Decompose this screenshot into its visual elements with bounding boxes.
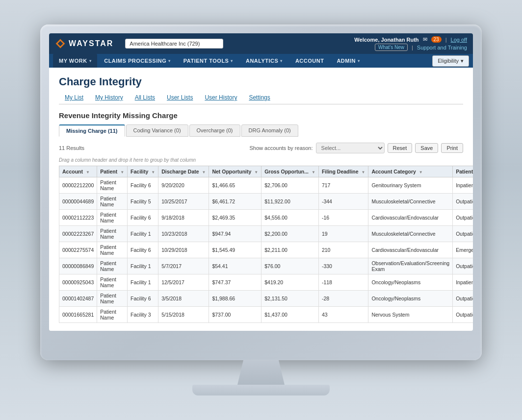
- drag-hint: Drag a column header and drop it here to…: [59, 157, 463, 163]
- table-cell: -28: [318, 291, 368, 307]
- message-badge[interactable]: 23: [431, 36, 442, 43]
- table-row[interactable]: 00002275574Patient NameFacility 610/29/2…: [59, 242, 473, 258]
- sub-tab-coding-variance[interactable]: Coding Variance (0): [126, 124, 188, 137]
- table-cell: Facility 5: [128, 194, 158, 210]
- col-header-gross-opportunity[interactable]: Gross Opportun... ▼: [261, 166, 319, 177]
- table-row[interactable]: 00002223267Patient NameFacility 110/23/2…: [59, 226, 473, 242]
- waystar-wordmark: WAYSTAR: [69, 39, 113, 48]
- table-cell: Outpatient: [453, 226, 473, 242]
- table-cell: $2,706.00: [261, 177, 319, 194]
- nav-item-account[interactable]: ACCOUNT: [289, 54, 330, 68]
- monitor-stand-neck: [232, 360, 290, 385]
- tab-all-lists[interactable]: All Lists: [129, 92, 161, 104]
- col-header-patient[interactable]: Patient ▼: [97, 166, 128, 177]
- table-cell: Patient Name: [97, 194, 128, 210]
- patient-tools-chevron-icon: ▾: [231, 59, 233, 63]
- table-cell: 00001665281: [59, 307, 97, 323]
- top-navigation: WAYSTAR America Healthcare Inc (729) Wel…: [49, 33, 473, 54]
- sub-tab-missing-charge[interactable]: Missing Charge (11): [59, 124, 125, 137]
- table-cell: Patient Name: [97, 307, 128, 323]
- eligibility-button[interactable]: Eligibility ▾: [432, 55, 469, 67]
- discharge-date-sort-icon: ▼: [202, 170, 206, 174]
- waystar-diamond-icon: [55, 38, 66, 49]
- tab-my-list[interactable]: My List: [59, 92, 89, 104]
- message-icon: ✉: [423, 36, 427, 43]
- table-cell: 00000925043: [59, 274, 97, 291]
- table-cell: Facility 6: [128, 242, 158, 258]
- table-cell: 10/25/2017: [158, 194, 209, 210]
- nav-item-analytics[interactable]: ANALYTICS ▾: [240, 54, 288, 68]
- tab-user-lists[interactable]: User Lists: [161, 92, 199, 104]
- tab-my-history[interactable]: My History: [89, 92, 129, 104]
- print-button[interactable]: Print: [441, 143, 463, 153]
- table-cell: Facility 6: [128, 177, 158, 194]
- nav-item-claims-processing[interactable]: CLAIMS PROCESSING ▾: [98, 54, 177, 68]
- table-row[interactable]: 00002112223Patient NameFacility 69/18/20…: [59, 210, 473, 226]
- table-cell: Outpatient: [453, 307, 473, 323]
- table-cell: 00002223267: [59, 226, 97, 242]
- table-cell: $11,922.00: [261, 194, 319, 210]
- table-cell: Outpatient: [453, 258, 473, 274]
- whats-new-button[interactable]: What's New: [375, 44, 408, 51]
- table-cell: Cardiovascular/Endovascular: [368, 210, 453, 226]
- table-cell: 717: [318, 177, 368, 194]
- table-cell: Patient Name: [97, 258, 128, 274]
- table-cell: Emergency: [453, 242, 473, 258]
- table-cell: $2,200.00: [261, 226, 319, 242]
- table-row[interactable]: 00000925043Patient NameFacility 112/5/20…: [59, 274, 473, 291]
- table-cell: Facility 1: [128, 226, 158, 242]
- reason-select[interactable]: Select...: [316, 143, 385, 153]
- data-table: Account ▼ Patient ▼ Facility ▼: [59, 166, 473, 323]
- org-select[interactable]: America Healthcare Inc (729): [125, 39, 223, 49]
- account-category-sort-icon: ▼: [419, 170, 423, 174]
- section-title: Revenue Integrity Missing Charge: [59, 111, 463, 120]
- user-info-row: Welcome, Jonathan Ruth ✉ 23 | Log off: [354, 36, 467, 43]
- table-cell: -330: [318, 258, 368, 274]
- support-link[interactable]: Support and Training: [417, 45, 467, 50]
- col-header-account[interactable]: Account ▼: [59, 166, 97, 177]
- table-row[interactable]: 00001665281Patient NameFacility 35/15/20…: [59, 307, 473, 323]
- col-header-discharge-date[interactable]: Discharge Date ▼: [158, 166, 209, 177]
- table-cell: 00002212200: [59, 177, 97, 194]
- nav-item-admin[interactable]: ADMIN ▾: [331, 54, 365, 68]
- tab-settings[interactable]: Settings: [243, 92, 276, 104]
- table-cell: -344: [318, 194, 368, 210]
- tab-user-history[interactable]: User History: [199, 92, 243, 104]
- table-row[interactable]: 00000044689Patient NameFacility 510/25/2…: [59, 194, 473, 210]
- col-header-account-category[interactable]: Account Category ▼: [368, 166, 453, 177]
- logoff-link[interactable]: Log off: [451, 37, 467, 43]
- toolbar-row: 11 Results Show accounts by reason: Sele…: [59, 143, 463, 153]
- table-cell: 00001402487: [59, 291, 97, 307]
- table-cell: Facility 3: [128, 307, 158, 323]
- reset-button[interactable]: Reset: [388, 143, 413, 153]
- nav-item-patient-tools[interactable]: PATIENT TOOLS ▾: [178, 54, 239, 68]
- table-cell: Patient Name: [97, 210, 128, 226]
- table-cell: 00002112223: [59, 210, 97, 226]
- filing-deadline-sort-icon: ▼: [362, 170, 365, 174]
- table-header-row: Account ▼ Patient ▼ Facility ▼: [59, 166, 473, 177]
- nav-item-my-work[interactable]: MY WORK ▾: [53, 54, 97, 68]
- table-cell: Cardiovascular/Endovascular: [368, 242, 453, 258]
- table-cell: $1,466.65: [209, 177, 261, 194]
- patient-sort-icon: ▼: [120, 170, 124, 174]
- col-header-filing-deadline[interactable]: Filing Deadline ▼: [318, 166, 368, 177]
- table-row[interactable]: 00002212200Patient NameFacility 69/20/20…: [59, 177, 473, 194]
- table-row[interactable]: 00001402487Patient NameFacility 63/5/201…: [59, 291, 473, 307]
- sub-tab-overcharge[interactable]: Overcharge (0): [189, 124, 240, 137]
- table-cell: Facility 6: [128, 291, 158, 307]
- show-accounts-label: Show accounts by reason:: [250, 145, 313, 151]
- org-selector-wrapper[interactable]: America Healthcare Inc (729): [125, 39, 223, 49]
- table-cell: 5/15/2018: [158, 307, 209, 323]
- table-cell: 00000044689: [59, 194, 97, 210]
- col-header-facility[interactable]: Facility ▼: [128, 166, 158, 177]
- logo-area: WAYSTAR America Healthcare Inc (729): [55, 38, 223, 49]
- table-cell: Patient Name: [97, 226, 128, 242]
- col-header-net-opportunity[interactable]: Net Opportunity ▼: [209, 166, 261, 177]
- table-cell: 19: [318, 226, 368, 242]
- col-header-patient-class[interactable]: Patient Class ▼: [453, 166, 473, 177]
- sub-tab-drg-anomaly[interactable]: DRG Anomaly (0): [241, 124, 298, 137]
- table-row[interactable]: 00000086849Patient NameFacility 15/7/201…: [59, 258, 473, 274]
- save-button[interactable]: Save: [415, 143, 438, 153]
- account-sort-icon: ▼: [86, 170, 90, 174]
- analytics-chevron-icon: ▾: [280, 59, 283, 63]
